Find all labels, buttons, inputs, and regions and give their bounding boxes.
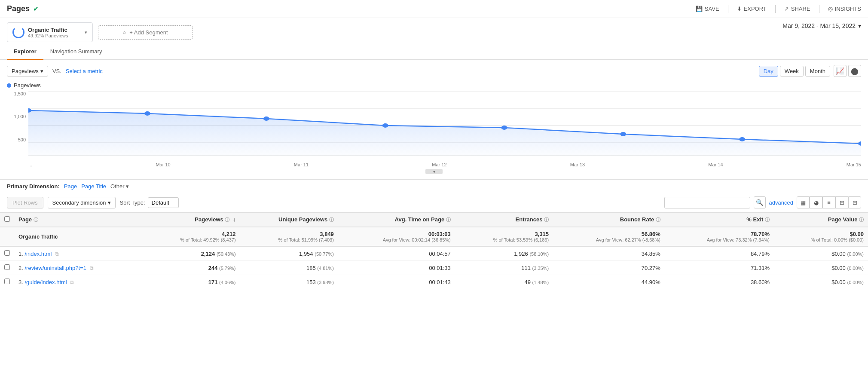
grid-view-button[interactable]: ▦ xyxy=(797,196,810,208)
row-bounce-rate-cell: 44.90% xyxy=(553,275,665,289)
chart-view-button[interactable]: ◕ xyxy=(810,196,822,208)
row-page-value-cell: $0.00 (0.00%) xyxy=(774,246,868,261)
summary-entrances: 3,315 xyxy=(535,231,549,237)
line-chart-button[interactable]: 📈 xyxy=(834,65,847,77)
row-checkbox[interactable] xyxy=(4,279,10,284)
exit-pct-col-header[interactable]: % Exit ⓘ xyxy=(665,213,774,227)
pageviews-col-info-icon: ⓘ xyxy=(225,217,229,222)
scroll-chevron-icon: ▾ xyxy=(433,169,435,174)
copy-icon[interactable]: ⧉ xyxy=(90,265,94,271)
top-bar-actions: 💾 SAVE ⬇ EXPORT ↗ SHARE ◎ INSIGHTS xyxy=(696,5,861,13)
summary-exit-pct-sub: Avg for View: 73.32% (7.34%) xyxy=(669,237,770,242)
month-button[interactable]: Month xyxy=(805,66,830,77)
list-view-button[interactable]: ≡ xyxy=(822,196,835,208)
row-checkbox[interactable] xyxy=(4,264,10,270)
pageviews-metric-button[interactable]: Pageviews ▾ xyxy=(7,66,48,77)
summary-label-cell: Organic Traffic xyxy=(14,227,142,246)
data-point xyxy=(620,132,626,136)
export-action[interactable]: ⬇ EXPORT xyxy=(737,6,767,12)
table-row: 2. /review/uninstall.php?t=1 ⧉ 244 (5.79… xyxy=(0,261,868,275)
metric-selector: Pageviews ▾ VS. Select a metric xyxy=(7,66,103,77)
tab-navigation-summary[interactable]: Navigation Summary xyxy=(43,44,109,60)
date-range-label: Mar 9, 2022 - Mar 15, 2022 xyxy=(782,22,856,29)
copy-icon[interactable]: ⧉ xyxy=(55,251,59,257)
row-checkbox-cell xyxy=(0,275,14,289)
row-number: 3. xyxy=(18,279,23,285)
row-unique-pv-cell: 1,954 (50.77%) xyxy=(240,246,338,261)
add-segment-button[interactable]: ○ + Add Segment xyxy=(98,25,193,40)
bounce-rate-col-header[interactable]: Bounce Rate ⓘ xyxy=(553,213,665,227)
row-unique-pv-pct: (3.98%) xyxy=(317,280,334,285)
advanced-link[interactable]: advanced xyxy=(769,199,793,206)
pie-chart-button[interactable]: ⬤ xyxy=(848,65,861,77)
share-action[interactable]: ↗ SHARE xyxy=(784,6,810,12)
data-point xyxy=(739,137,745,141)
day-button[interactable]: Day xyxy=(759,66,778,77)
row-page-link[interactable]: /review/uninstall.php?t=1 xyxy=(24,265,86,271)
select-metric-link[interactable]: Select a metric xyxy=(66,68,103,74)
chart-controls: Pageviews ▾ VS. Select a metric Day Week… xyxy=(0,60,868,77)
row-avg-time-cell: 00:01:33 xyxy=(338,261,455,275)
save-action[interactable]: 💾 SAVE xyxy=(696,6,719,12)
pageviews-col-header[interactable]: Pageviews ⓘ ↓ xyxy=(142,213,240,227)
custom-view-button[interactable]: ⊟ xyxy=(848,196,861,208)
entrances-col-header[interactable]: Entrances ⓘ xyxy=(455,213,553,227)
row-pageviews-pct: (50.43%) xyxy=(217,251,236,257)
summary-exit-pct: 78.70% xyxy=(751,231,770,237)
select-all-checkbox[interactable] xyxy=(4,216,10,222)
toolbar: Plot Rows Secondary dimension ▾ Sort Typ… xyxy=(0,193,868,212)
segment-circle-icon xyxy=(12,26,24,38)
dim-other-dropdown[interactable]: Other ▾ xyxy=(110,183,129,190)
row-page-link[interactable]: /guide/index.html xyxy=(24,279,67,285)
row-pageviews: 2,124 xyxy=(201,251,215,257)
segment-pill[interactable]: Organic Traffic 49.92% Pageviews ▾ xyxy=(7,22,93,42)
row-page-cell: 2. /review/uninstall.php?t=1 ⧉ xyxy=(14,261,142,275)
primary-dim-label: Primary Dimension: xyxy=(7,183,60,190)
row-avg-time-cell: 00:01:43 xyxy=(338,275,455,289)
toolbar-right: 🔍 advanced ▦ ◕ ≡ ⊞ ⊟ xyxy=(664,196,861,208)
y-label-1000: 1,000 xyxy=(14,114,26,119)
segment-sub: 49.92% Pageviews xyxy=(28,33,81,38)
dim-page-title-link[interactable]: Page Title xyxy=(81,183,106,190)
row-unique-pv-pct: (4.81%) xyxy=(317,266,334,271)
dim-page-link[interactable]: Page xyxy=(64,183,77,190)
avg-time-col-header[interactable]: Avg. Time on Page ⓘ xyxy=(338,213,455,227)
insights-action[interactable]: ◎ INSIGHTS xyxy=(828,6,861,12)
date-range-button[interactable]: Mar 9, 2022 - Mar 15, 2022 ▾ xyxy=(782,22,861,29)
row-bounce-rate-cell: 34.85% xyxy=(553,246,665,261)
sort-type-select[interactable]: Default xyxy=(148,197,179,208)
x-label-mar13: Mar 13 xyxy=(570,162,585,167)
segment-arrow-icon[interactable]: ▾ xyxy=(85,30,87,35)
page-col-header[interactable]: Page ⓘ xyxy=(14,213,142,227)
chart-legend-label: Pageviews xyxy=(14,82,41,89)
page-value-col-header[interactable]: Page Value ⓘ xyxy=(774,213,868,227)
data-point xyxy=(144,111,150,116)
row-page-cell: 1. /index.html ⧉ xyxy=(14,246,142,261)
row-checkbox[interactable] xyxy=(4,250,10,256)
row-avg-time: 00:04:57 xyxy=(429,251,451,257)
row-unique-pv: 153 xyxy=(306,279,316,285)
summary-pageviews-cell: 4,212 % of Total: 49.92% (8,437) xyxy=(142,227,240,246)
row-entrances-pct: (1.48%) xyxy=(532,280,549,285)
row-pageviews-cell: 171 (4.06%) xyxy=(142,275,240,289)
row-avg-time: 00:01:43 xyxy=(429,279,451,285)
row-page-link[interactable]: /index.html xyxy=(24,251,52,257)
summary-exit-pct-cell: 78.70% Avg for View: 73.32% (7.34%) xyxy=(665,227,774,246)
segment-name: Organic Traffic xyxy=(28,27,81,33)
copy-icon[interactable]: ⧉ xyxy=(70,279,74,285)
row-page-value: $0.00 xyxy=(831,265,846,271)
week-button[interactable]: Week xyxy=(780,66,804,77)
row-unique-pv-pct: (50.77%) xyxy=(315,251,334,257)
search-button[interactable]: 🔍 xyxy=(754,196,766,208)
unique-pageviews-col-header[interactable]: Unique Pageviews ⓘ xyxy=(240,213,338,227)
export-icon: ⬇ xyxy=(737,6,742,12)
search-input[interactable] xyxy=(664,197,750,208)
divider xyxy=(819,5,819,13)
pivot-view-button[interactable]: ⊞ xyxy=(835,196,848,208)
date-range-chevron-icon: ▾ xyxy=(858,22,861,29)
tab-explorer[interactable]: Explorer xyxy=(7,44,43,60)
secondary-dimension-button[interactable]: Secondary dimension ▾ xyxy=(48,197,116,208)
x-label-dots: ... xyxy=(28,162,32,167)
row-avg-time-cell: 00:04:57 xyxy=(338,246,455,261)
summary-pageviews: 4,212 xyxy=(222,231,236,237)
